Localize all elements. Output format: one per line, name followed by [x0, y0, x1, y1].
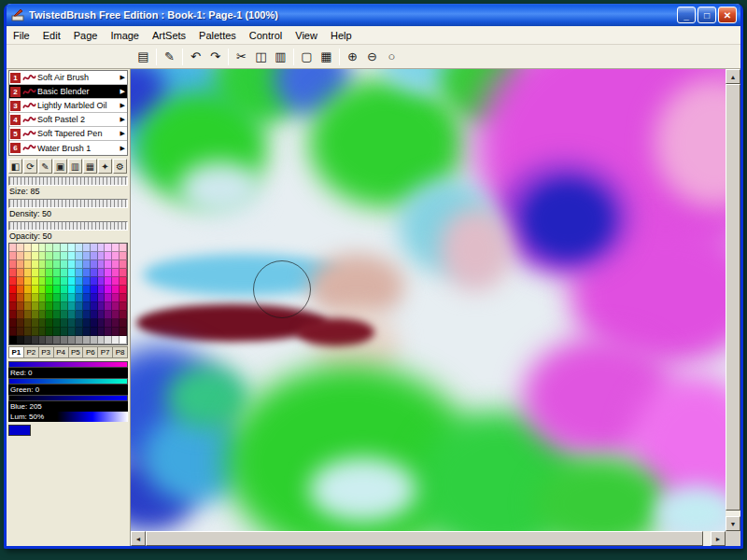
palette-cell[interactable]: [105, 252, 112, 260]
palette-cell[interactable]: [32, 252, 39, 260]
palette-cell[interactable]: [53, 286, 61, 294]
arrow-right-icon[interactable]: ▶: [120, 74, 127, 81]
palette-cell[interactable]: [76, 294, 83, 302]
minimize-button[interactable]: _: [677, 7, 696, 23]
palette-cell[interactable]: [17, 311, 24, 319]
palette-cell[interactable]: [17, 244, 24, 252]
palette-cell[interactable]: [98, 294, 106, 302]
red-channel-bar[interactable]: [8, 361, 128, 368]
palette-cell[interactable]: [120, 319, 127, 328]
palette-cell[interactable]: [39, 244, 47, 252]
palette-cell[interactable]: [61, 302, 68, 311]
palette-cell[interactable]: [83, 252, 91, 260]
palette-cell[interactable]: [17, 269, 24, 277]
brush-slot-4[interactable]: 4 Soft Pastel 2 ▶: [9, 113, 127, 127]
pattern-icon[interactable]: ▥: [68, 159, 82, 174]
palette-cell[interactable]: [112, 311, 120, 319]
palette-cell[interactable]: [32, 244, 39, 252]
palette-cell[interactable]: [120, 252, 127, 260]
palette-cell[interactable]: [68, 311, 76, 319]
palette-cell[interactable]: [76, 319, 83, 328]
green-channel-bar[interactable]: [8, 378, 128, 385]
palette-cell[interactable]: [98, 328, 106, 336]
arrow-right-icon[interactable]: ▶: [120, 88, 127, 95]
title-bar[interactable]: TwistedBrush Free Edition : Book-1: Page…: [7, 4, 740, 26]
palette-cell[interactable]: [46, 319, 53, 328]
palette-cell[interactable]: [24, 269, 32, 277]
palette-cell[interactable]: [53, 269, 61, 277]
palette-cell[interactable]: [39, 252, 47, 260]
close-button[interactable]: ✕: [718, 7, 737, 23]
palette-cell[interactable]: [112, 260, 120, 269]
palette-cell[interactable]: [24, 311, 32, 319]
zoom-out-icon[interactable]: ⊖: [362, 47, 382, 66]
palette-cell[interactable]: [76, 244, 83, 252]
palette-cell[interactable]: [83, 319, 91, 328]
palette-cell[interactable]: [39, 286, 47, 294]
palette-cell[interactable]: [120, 260, 127, 269]
arrow-right-icon[interactable]: ▶: [120, 145, 127, 152]
palette-cell[interactable]: [9, 252, 17, 260]
palette-cell[interactable]: [112, 328, 120, 336]
palette-cell[interactable]: [76, 286, 83, 294]
palette-cell[interactable]: [61, 260, 68, 269]
palette-cell[interactable]: [98, 311, 106, 319]
brush-slot-2-selected[interactable]: 2 Basic Blender ▶: [9, 85, 127, 99]
brush-slot-5[interactable]: 5 Soft Tapered Pen ▶: [9, 127, 127, 141]
palette-cell[interactable]: [53, 302, 61, 311]
undo-icon[interactable]: ↶: [186, 47, 205, 66]
palette-cell[interactable]: [76, 311, 83, 319]
palette-cell[interactable]: [39, 311, 47, 319]
palette-cell[interactable]: [24, 294, 32, 302]
palette-tab-p4[interactable]: P4: [54, 346, 69, 358]
palette-tab-p2[interactable]: P2: [24, 346, 39, 358]
palette-cell[interactable]: [9, 302, 17, 311]
palette-cell[interactable]: [53, 336, 61, 344]
palette-cell[interactable]: [83, 311, 91, 319]
density-slider[interactable]: [8, 199, 128, 208]
palette-cell[interactable]: [24, 244, 32, 252]
palette-cell[interactable]: [32, 336, 39, 344]
palette-cell[interactable]: [76, 336, 83, 344]
palette-cell[interactable]: [32, 302, 39, 311]
palette-cell[interactable]: [9, 311, 17, 319]
palette-cell[interactable]: [68, 269, 76, 277]
palette-cell[interactable]: [105, 294, 112, 302]
palette-cell[interactable]: [83, 277, 91, 286]
palette-cell[interactable]: [17, 252, 24, 260]
palette-cell[interactable]: [105, 328, 112, 336]
palette-cell[interactable]: [91, 244, 98, 252]
palette-cell[interactable]: [105, 260, 112, 269]
palette-cell[interactable]: [46, 302, 53, 311]
palette-cell[interactable]: [68, 302, 76, 311]
palette-cell[interactable]: [105, 311, 112, 319]
palette-cell[interactable]: [24, 252, 32, 260]
palette-cell[interactable]: [91, 336, 98, 344]
blue-channel-bar[interactable]: [8, 395, 128, 401]
palette-cell[interactable]: [83, 260, 91, 269]
palette-cell[interactable]: [32, 294, 39, 302]
palette-cell[interactable]: [83, 286, 91, 294]
brush-slot-3[interactable]: 3 Lightly Marbled Oil ▶: [9, 99, 127, 113]
scroll-left-icon[interactable]: ◄: [131, 531, 146, 546]
gear-icon[interactable]: ⚙: [113, 159, 127, 174]
palette-cell[interactable]: [61, 244, 68, 252]
palette-cell[interactable]: [39, 269, 47, 277]
palette-cell[interactable]: [32, 277, 39, 286]
palette-tab-p3[interactable]: P3: [39, 346, 54, 358]
palette-cell[interactable]: [61, 319, 68, 328]
palette-cell[interactable]: [68, 328, 76, 336]
palette-cell[interactable]: [105, 277, 112, 286]
palette-cell[interactable]: [105, 286, 112, 294]
palette-cell[interactable]: [83, 336, 91, 344]
palette-cell[interactable]: [112, 286, 120, 294]
palette-cell[interactable]: [98, 244, 106, 252]
palette-cell[interactable]: [24, 286, 32, 294]
palette-cell[interactable]: [68, 252, 76, 260]
palette-cell[interactable]: [83, 294, 91, 302]
sparkle-icon[interactable]: ✦: [98, 159, 112, 174]
palette-cell[interactable]: [39, 294, 47, 302]
palette-tab-p6[interactable]: P6: [83, 346, 98, 358]
palette-cell[interactable]: [46, 294, 53, 302]
palette-cell[interactable]: [91, 252, 98, 260]
